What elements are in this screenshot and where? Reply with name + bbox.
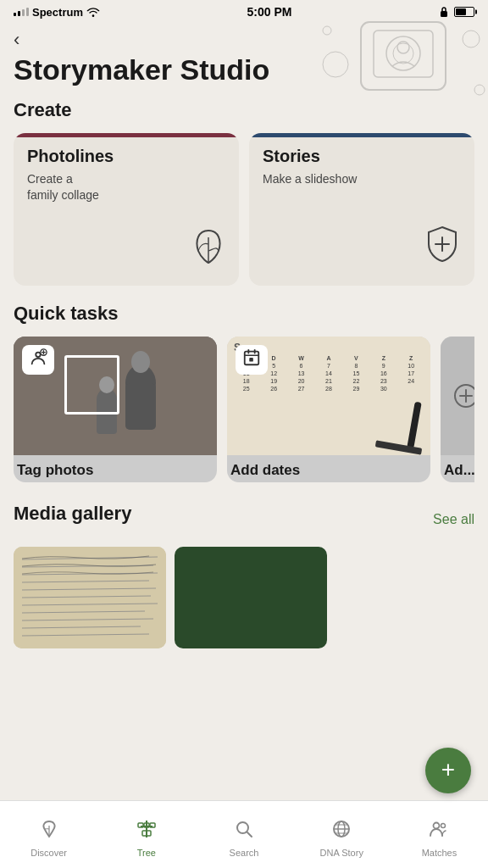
create-section: Create Photolines Create afamily collage… [0, 99, 488, 286]
tree-icon [136, 819, 157, 844]
media-thumbs [14, 547, 474, 648]
tag-photos-card[interactable]: Tag photos [14, 337, 217, 482]
svg-point-56 [434, 822, 440, 828]
people-icon [429, 819, 449, 844]
status-left: Spectrum [14, 6, 100, 19]
wifi-icon [86, 7, 100, 17]
discover-icon [39, 819, 59, 844]
svg-point-8 [323, 26, 331, 35]
add-more-card[interactable]: Ad... [441, 337, 474, 482]
carrier-label: Spectrum [32, 6, 83, 19]
tag-photos-badge-icon [22, 345, 54, 375]
search-icon [234, 819, 254, 844]
status-time: 5:00 PM [247, 5, 292, 19]
nav-search[interactable]: Search [195, 812, 292, 858]
back-button[interactable]: ‹ [14, 29, 19, 51]
svg-line-50 [247, 832, 252, 837]
signal-icon [14, 8, 29, 16]
stories-card[interactable]: Stories Make a slideshow [249, 133, 474, 286]
quick-tasks-scroll: Tag photos Sep M D W A V Z [14, 337, 474, 486]
page-title: Storymaker Studio [14, 54, 474, 99]
leaf-icon [191, 227, 225, 272]
nav-discover-label: Discover [30, 848, 67, 858]
svg-rect-45 [138, 823, 143, 827]
svg-point-7 [463, 31, 480, 47]
add-dates-card[interactable]: Sep M D W A V Z Z 4 5 [227, 337, 430, 482]
svg-rect-15 [125, 383, 156, 430]
svg-point-14 [131, 351, 150, 373]
stories-title: Stories [263, 147, 461, 166]
fab-plus-icon: + [441, 758, 455, 782]
svg-point-9 [474, 85, 485, 95]
create-cards: Photolines Create afamily collage Storie… [14, 133, 474, 286]
media-thumb-letter[interactable] [14, 547, 166, 648]
stories-subtitle: Make a slideshow [263, 171, 461, 186]
add-more-icon [453, 383, 474, 409]
nav-discover[interactable]: Discover [0, 812, 97, 858]
add-more-image [441, 337, 474, 455]
svg-rect-47 [150, 823, 155, 827]
header: ‹ Storymaker Studio [0, 22, 488, 99]
svg-point-19 [36, 353, 41, 358]
nav-search-label: Search [230, 848, 259, 858]
quick-tasks-section: Quick tasks [0, 303, 488, 486]
nav-dna-label: DNA Story [320, 848, 363, 858]
nav-matches[interactable]: Matches [391, 812, 488, 858]
media-gallery-header: Media gallery See all [14, 503, 474, 537]
add-dates-label: Add dates [227, 455, 430, 482]
tag-photos-label: Tag photos [14, 455, 217, 482]
svg-point-57 [441, 823, 446, 827]
nav-tree[interactable]: Tree [97, 812, 195, 858]
shield-plus-icon [424, 224, 461, 272]
add-more-label: Ad... [441, 455, 474, 482]
add-dates-badge-icon [236, 345, 268, 375]
media-gallery-title: Media gallery [14, 503, 131, 525]
nav-tree-label: Tree [137, 848, 156, 858]
add-dates-image: Sep M D W A V Z Z 4 5 [227, 337, 430, 455]
quick-tasks-title: Quick tasks [14, 303, 474, 325]
nav-dna-story[interactable]: DNA Story [293, 812, 391, 858]
see-all-link[interactable]: See all [433, 512, 474, 527]
photolines-card[interactable]: Photolines Create afamily collage [14, 133, 239, 286]
svg-rect-27 [249, 358, 253, 362]
photolines-title: Photolines [27, 147, 225, 166]
nav-matches-label: Matches [422, 848, 458, 858]
photolines-subtitle: Create afamily collage [27, 171, 225, 202]
fab-button[interactable]: + [425, 748, 471, 793]
media-gallery-section: Media gallery See all [0, 503, 488, 648]
bottom-nav: Discover Tree Search [0, 800, 488, 868]
tag-photos-image [14, 337, 217, 455]
globe-icon [331, 819, 352, 844]
media-thumb-paper [14, 547, 166, 648]
media-thumb-dark[interactable] [175, 547, 327, 648]
